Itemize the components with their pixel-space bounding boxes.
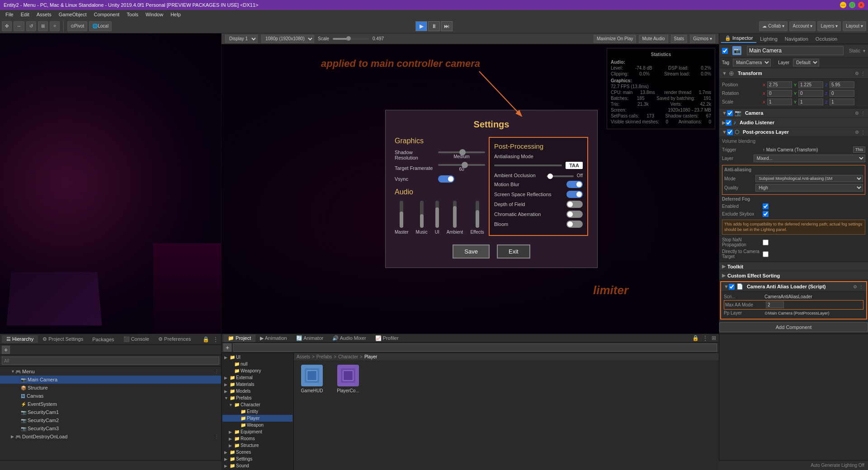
minimize-button[interactable]: — [840,2,846,8]
tree-materials[interactable]: ▶ 📁 Materials [222,381,292,388]
hierarchy-lock-icon[interactable]: 🔒 [202,335,210,343]
transform-component-header[interactable]: ▼ ⊕ Transform ⚙ ⋮ [719,68,868,79]
tab-lighting[interactable]: Lighting [756,35,781,42]
layout-button[interactable]: Layout ▾ [843,21,866,31]
global-button[interactable]: 🌐 Local [89,21,112,31]
music-slider[interactable] [420,201,424,228]
scale-x-field[interactable] [767,99,792,105]
tree-player[interactable]: 📁 Player [222,415,292,422]
audio-mixer-tab[interactable]: 🔊 Audio Mixer [328,334,371,342]
tree-structure[interactable]: ▶ 📁 Structure [222,442,292,449]
profiler-tab[interactable]: 📈 Profiler [371,334,403,342]
add-hierarchy-btn[interactable]: + [2,346,10,354]
tree-external[interactable]: ▶ 📁 External [222,374,292,381]
menu-assets[interactable]: Assets [33,10,55,19]
layer-select[interactable]: Default [793,59,819,66]
project-maximize-icon[interactable]: ⊞ [711,334,717,342]
camera-options-icon[interactable]: ⚙ [855,111,859,116]
fog-skybox-checkbox[interactable] [763,211,769,217]
cam-anti-alias-header[interactable]: ▼ 📄 Camera Anti Alias Loader (Script) ⚙ … [721,282,866,291]
maximize-on-play-btn[interactable]: Maximize On Play [594,35,637,43]
menu-help[interactable]: Help [167,10,184,19]
chromatic-aberration-toggle[interactable] [566,211,583,218]
collab-button[interactable]: ☁ Collab ▾ [759,21,788,31]
audio-listener-checkbox[interactable] [726,120,731,126]
screen-space-toggle[interactable] [566,191,583,198]
tree-entity[interactable]: 📁 Entity [222,408,292,415]
custom-effect-header[interactable]: ▶ Custom Effect Sorting [719,271,868,280]
post-process-checkbox[interactable] [727,129,733,135]
aa-mode-select[interactable]: Subpixel Morphological Anti-aliasing (SM [755,175,863,182]
effects-slider[interactable] [476,201,479,228]
tree-sound[interactable]: ▶ 📁 Sound [222,462,292,469]
breadcrumb-prefabs[interactable]: Prefabs [316,354,332,359]
tab-inspector[interactable]: 🔒 Inspector [721,34,756,43]
list-item[interactable]: 📷 SecurityCam2 [0,416,221,424]
max-aa-value-field[interactable] [766,301,784,308]
tree-settings[interactable]: ▶ 📁 Settings [222,456,292,462]
list-item[interactable]: ⚡ EventSystem [0,400,221,408]
antialiasing-value[interactable]: TAA [566,162,583,169]
project-tab[interactable]: 📁 Project [223,334,255,342]
gamehud-icon[interactable]: GameHUD [297,365,326,393]
camera-overflow-icon[interactable]: ⋮ [861,111,865,116]
camera-active-checkbox[interactable] [727,110,733,116]
account-button[interactable]: Account ▾ [789,21,816,31]
target-framerate-slider[interactable] [438,164,485,166]
console-tab[interactable]: ⬛ Console [119,335,154,343]
menu-tools[interactable]: Tools [123,10,142,19]
menu-dots[interactable]: ⋮ [214,369,221,375]
aa-quality-select[interactable]: High [755,184,863,192]
depth-of-field-toggle[interactable] [566,201,583,208]
dontdestroy-dots[interactable]: ⋮ [214,434,221,440]
menu-file[interactable]: File [2,10,17,19]
breadcrumb-player[interactable]: Player [364,354,377,359]
post-process-overflow-icon[interactable]: ⋮ [861,130,865,135]
tree-ui[interactable]: ▶ 📁 UI [222,354,292,361]
project-search-input[interactable] [233,343,717,352]
menu-edit[interactable]: Edit [17,10,33,19]
tab-navigation[interactable]: Navigation [781,35,812,42]
tree-null[interactable]: 📁 null [222,361,292,367]
pos-y-field[interactable] [798,81,823,88]
list-item[interactable]: 📷 SecurityCam3 [0,424,221,432]
list-item[interactable]: 📦 Structure [0,384,221,392]
packages-tab[interactable]: Packages [88,336,118,343]
maximize-button[interactable]: □ [849,2,855,8]
bloom-toggle[interactable] [566,221,583,228]
menu-component[interactable]: Component [90,10,123,19]
tree-models[interactable]: ▶ 📁 Models [222,388,292,395]
breadcrumb-character[interactable]: Character [338,354,358,359]
tab-occlusion[interactable]: Occlusion [812,35,841,42]
gizmos-btn[interactable]: Gizmos ▾ [690,35,715,43]
transform-hand-tool[interactable]: ✜ [2,21,12,31]
tree-weapon[interactable]: 📁 Weapon [222,422,292,428]
post-process-options-icon[interactable]: ⚙ [855,130,859,135]
object-name-field[interactable] [747,46,844,55]
tree-weaponry[interactable]: 📁 Weaponry [222,367,292,374]
transform-rect-tool[interactable]: ✧ [50,21,60,31]
tree-prefabs[interactable]: ▼ 📁 Prefabs [222,395,292,401]
menu-window[interactable]: Window [142,10,167,19]
project-lock-icon[interactable]: 🔒 [691,334,700,342]
pos-z-field[interactable] [830,81,854,88]
hierarchy-search-input[interactable] [2,357,219,365]
hierarchy-more-icon[interactable]: ⋮ [212,335,219,343]
transform-options-icon[interactable]: ⚙ [855,71,859,76]
tree-rooms[interactable]: ▶ 📁 Rooms [222,435,292,442]
project-more-icon[interactable]: ⋮ [702,334,709,342]
list-item[interactable]: 🖼 Canvas [0,392,221,400]
camera-component-header[interactable]: ▼ 📷 Camera ⚙ ⋮ [719,108,868,118]
tree-character[interactable]: ▼ 📁 Character [222,401,292,408]
vsync-toggle[interactable] [438,175,454,183]
shadow-res-slider[interactable] [438,151,485,153]
transform-rotate-tool[interactable]: ↺ [26,21,36,31]
transform-scale-tool[interactable]: ⊞ [38,21,48,31]
play-button[interactable]: ▶ [415,21,427,31]
animation-tab[interactable]: ▶ Animation [255,334,291,342]
master-slider[interactable] [400,201,403,228]
toolkit-header[interactable]: ▶ Toolkit [719,262,868,271]
tag-select[interactable]: MainCamera [733,59,771,66]
rot-x-field[interactable] [767,90,792,97]
fog-enabled-checkbox[interactable] [763,203,769,209]
